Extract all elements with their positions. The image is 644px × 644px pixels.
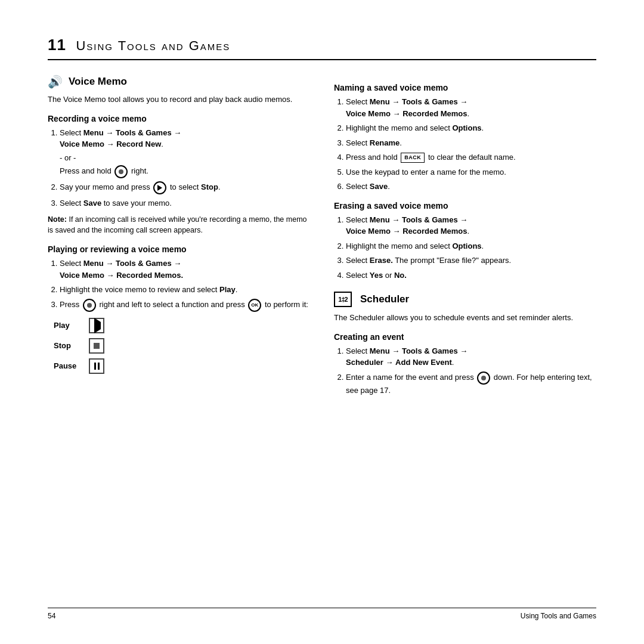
erasing-step-1: Select Menu → Tools & Games → Voice Memo… bbox=[346, 214, 596, 237]
playing-step-2: Highlight the voice memo to review and s… bbox=[60, 284, 310, 296]
voice-memo-icon: 🔊 bbox=[48, 75, 63, 89]
naming-steps: Select Menu → Tools & Games → Voice Memo… bbox=[334, 96, 596, 193]
pause-bar-1 bbox=[94, 363, 96, 370]
naming-step-5: Use the keypad to enter a name for the m… bbox=[346, 166, 596, 178]
or-alternative: Press and hold right. bbox=[60, 165, 310, 178]
playing-heading: Playing or reviewing a voice memo bbox=[48, 244, 310, 254]
playing-steps: Select Menu → Tools & Games → Voice Memo… bbox=[48, 258, 310, 312]
erasing-heading: Erasing a saved voice memo bbox=[334, 201, 596, 210]
creating-step-2: Enter a name for the event and press dow… bbox=[346, 371, 596, 397]
creating-step-1: Select Menu → Tools & Games → Scheduler … bbox=[346, 345, 596, 369]
erasing-step-3: Select Erase. The prompt "Erase file?" a… bbox=[346, 255, 596, 267]
scheduler-icon: 1‡2 bbox=[334, 292, 352, 307]
naming-step-4: Press and hold BACK to clear the default… bbox=[346, 151, 596, 163]
voice-memo-title: Voice Memo bbox=[69, 76, 127, 88]
nav-button-icon-2 bbox=[83, 299, 96, 312]
send-button-icon bbox=[153, 181, 166, 194]
play-icon bbox=[89, 318, 104, 333]
pause-bar-2 bbox=[98, 363, 100, 370]
function-row-play: Play bbox=[54, 318, 310, 333]
stop-label: Stop bbox=[54, 341, 80, 350]
nav-button-icon bbox=[114, 165, 128, 178]
note-label: Note: bbox=[48, 215, 67, 224]
page: 11 Using Tools and Games 🔊 Voice Memo Th… bbox=[0, 0, 644, 644]
naming-step-1: Select Menu → Tools & Games → Voice Memo… bbox=[346, 96, 596, 119]
footer: 54 Using Tools and Games bbox=[48, 608, 596, 620]
erasing-steps: Select Menu → Tools & Games → Voice Memo… bbox=[334, 214, 596, 281]
function-row-pause: Pause bbox=[54, 358, 310, 374]
scheduler-intro: The Scheduler allows you to schedule eve… bbox=[334, 312, 596, 324]
naming-heading: Naming a saved voice memo bbox=[334, 83, 596, 92]
recording-steps: Select Menu → Tools & Games → Voice Memo… bbox=[48, 127, 310, 209]
pause-bars bbox=[94, 363, 100, 370]
stop-square bbox=[94, 343, 100, 349]
content-columns: 🔊 Voice Memo The Voice Memo tool allows … bbox=[48, 75, 596, 602]
pause-icon bbox=[89, 358, 104, 374]
function-table: Play Stop Pause bbox=[54, 318, 310, 374]
playing-step-1: Select Menu → Tools & Games → Voice Memo… bbox=[60, 258, 310, 281]
chapter-title-text: Using Tools and Games bbox=[76, 38, 230, 53]
pause-label: Pause bbox=[54, 361, 80, 370]
scheduler-heading: 1‡2 Scheduler bbox=[334, 292, 596, 307]
page-number: 54 bbox=[48, 612, 55, 620]
voice-memo-intro: The Voice Memo tool allows you to record… bbox=[48, 94, 310, 106]
recording-step-2: Say your memo and press to select Stop. bbox=[60, 181, 310, 194]
footer-text: Using Tools and Games bbox=[521, 612, 596, 620]
function-row-stop: Stop bbox=[54, 338, 310, 354]
back-key-icon: BACK bbox=[401, 153, 425, 163]
creating-steps: Select Menu → Tools & Games → Scheduler … bbox=[334, 345, 596, 397]
or-line: - or - bbox=[60, 152, 310, 164]
recording-step-3: Select Save to save your memo. bbox=[60, 197, 310, 209]
erasing-step-4: Select Yes or No. bbox=[346, 270, 596, 281]
play-label: Play bbox=[54, 321, 80, 330]
play-triangle bbox=[93, 322, 101, 329]
right-column: Naming a saved voice memo Select Menu → … bbox=[334, 75, 596, 602]
naming-step-6: Select Save. bbox=[346, 181, 596, 193]
note-text: If an incoming call is received while yo… bbox=[48, 215, 307, 235]
chapter-header: 11 Using Tools and Games bbox=[48, 36, 596, 60]
naming-step-3: Select Rename. bbox=[346, 137, 596, 149]
recording-step-1: Select Menu → Tools & Games → Voice Memo… bbox=[60, 127, 310, 179]
chapter-number: 11 bbox=[48, 36, 66, 54]
note-block: Note: If an incoming call is received wh… bbox=[48, 214, 310, 237]
stop-icon bbox=[89, 338, 104, 354]
playing-step-3: Press right and left to select a functio… bbox=[60, 299, 310, 312]
erasing-step-2: Highlight the memo and select Options. bbox=[346, 240, 596, 252]
left-column: 🔊 Voice Memo The Voice Memo tool allows … bbox=[48, 75, 310, 602]
naming-step-2: Highlight the memo and select Options. bbox=[346, 122, 596, 134]
scheduler-title: Scheduler bbox=[360, 293, 409, 305]
ok-button-icon: OK bbox=[248, 299, 261, 312]
recording-heading: Recording a voice memo bbox=[48, 114, 310, 123]
chapter-title: 11 Using Tools and Games bbox=[48, 36, 230, 54]
voice-memo-heading: 🔊 Voice Memo bbox=[48, 75, 310, 89]
creating-heading: Creating an event bbox=[334, 332, 596, 342]
nav-down-icon bbox=[477, 371, 490, 385]
